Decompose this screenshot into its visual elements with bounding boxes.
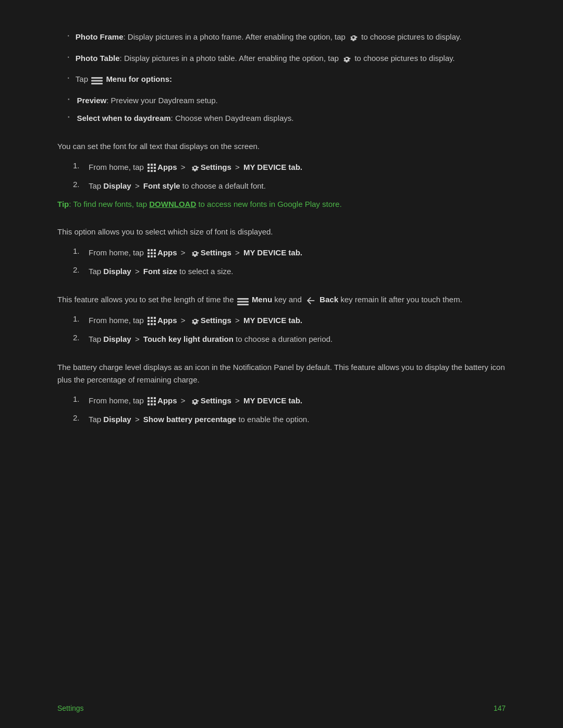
sub-bullets: • Preview: Preview your Daydream setup. … — [57, 95, 506, 125]
apps-grid-icon-1 — [147, 163, 156, 172]
battery-section: The battery charge level displays as an … — [57, 361, 506, 426]
sub-bullet-dot-1: • — [68, 95, 70, 102]
svg-rect-24 — [148, 317, 150, 319]
svg-rect-38 — [154, 400, 156, 402]
gear-icon-1 — [349, 33, 358, 42]
font-style-step1: 1. From home, tap — [73, 161, 506, 174]
svg-rect-17 — [154, 252, 156, 254]
svg-rect-4 — [151, 164, 153, 166]
svg-rect-30 — [148, 323, 150, 325]
font-size-step1: 1. From home, tap — [73, 246, 506, 259]
display-label-3: Display — [103, 335, 131, 343]
apps-label-4: Apps — [157, 396, 177, 405]
bs1-text: From home, tap App — [89, 394, 302, 407]
svg-rect-33 — [148, 397, 150, 399]
display-label-1: Display — [103, 181, 131, 190]
svg-rect-31 — [151, 323, 153, 325]
svg-rect-23 — [237, 304, 249, 305]
bullet-tap-menu: ▪ Tap Menu for options: — [57, 73, 506, 85]
menu-label-2: Menu — [252, 295, 272, 304]
battery-step1: 1. From home, tap — [73, 394, 506, 407]
svg-rect-15 — [148, 252, 150, 254]
display-label-2: Display — [103, 267, 131, 276]
bullet-photo-table: ▪ Photo Table: Display pictures in a pho… — [57, 53, 506, 65]
select-daydream-term: Select when to daydream — [77, 114, 171, 122]
tip-colon: : To find new fonts, tap — [69, 200, 147, 208]
gear-icon-6 — [190, 397, 200, 406]
mydevice-label-3: MY DEVICE tab. — [243, 316, 302, 325]
svg-rect-18 — [148, 255, 150, 257]
svg-rect-12 — [148, 249, 150, 251]
battery-step2: 2. Tap Display > Show battery percentage… — [73, 413, 506, 426]
settings-label-2: Settings — [201, 248, 231, 257]
bullet-photo-frame: ▪ Photo Frame: Display pictures in a pho… — [57, 31, 506, 43]
svg-rect-9 — [148, 170, 150, 172]
top-bullets: ▪ Photo Frame: Display pictures in a pho… — [57, 31, 506, 125]
svg-rect-6 — [148, 167, 150, 169]
tks1-text: From home, tap App — [89, 314, 302, 327]
mydevice-label-2: MY DEVICE tab. — [243, 248, 302, 257]
font-size-section: This option allows you to select which s… — [57, 226, 506, 278]
svg-rect-25 — [151, 317, 153, 319]
touch-key-steps: 1. From home, tap — [57, 314, 506, 346]
svg-rect-27 — [148, 320, 150, 322]
tip-word: Tip — [57, 200, 69, 208]
photo-frame-term: Photo Frame — [76, 32, 124, 41]
fss1-text: From home, tap App — [89, 246, 302, 259]
sub-bullet-dot-2: • — [68, 113, 70, 120]
gear-icon-2 — [342, 54, 351, 64]
fss2-number: 2. — [73, 265, 83, 274]
menu-icon-2 — [237, 297, 249, 304]
footer-right: 147 — [494, 704, 506, 712]
apps-grid-icon-3 — [147, 316, 156, 326]
sub-bullet-select-daydream: • Select when to daydream: Choose when D… — [68, 113, 506, 125]
svg-rect-35 — [154, 397, 156, 399]
page-container: ▪ Photo Frame: Display pictures in a pho… — [0, 0, 563, 728]
fss2-text: Tap Display > Font size to select a size… — [89, 265, 233, 278]
svg-rect-3 — [148, 164, 150, 166]
select-daydream-text: Select when to daydream: Choose when Day… — [77, 113, 294, 125]
back-label: Back — [320, 295, 338, 304]
svg-rect-21 — [237, 298, 249, 300]
apps-grid-icon-2 — [147, 249, 156, 258]
preview-term: Preview — [77, 96, 107, 105]
svg-rect-14 — [154, 249, 156, 251]
svg-rect-20 — [154, 255, 156, 257]
font-style-label: Font style — [143, 181, 180, 190]
settings-label-3: Settings — [201, 316, 231, 325]
font-style-intro: You can set the font for all text that d… — [57, 140, 506, 153]
display-label-4: Display — [103, 415, 131, 424]
font-style-steps: 1. From home, tap — [57, 161, 506, 192]
bs1-number: 1. — [73, 394, 83, 403]
bullet-square-2: ▪ — [68, 53, 69, 59]
bullet-square-3: ▪ — [68, 73, 69, 80]
svg-rect-7 — [151, 167, 153, 169]
settings-label-4: Settings — [201, 396, 231, 405]
svg-rect-11 — [154, 170, 156, 172]
tks2-text: Tap Display > Touch key light duration t… — [89, 333, 333, 346]
menu-icon-1 — [91, 76, 103, 83]
svg-rect-41 — [154, 403, 156, 405]
svg-rect-39 — [148, 403, 150, 405]
sub-bullet-preview: • Preview: Preview your Daydream setup. — [68, 95, 506, 107]
step1-text: From home, tap App — [89, 161, 302, 174]
step1-number: 1. — [73, 161, 83, 170]
footer-left: Settings — [57, 704, 84, 712]
bullet-square-1: ▪ — [68, 31, 69, 38]
gear-icon-5 — [190, 316, 200, 326]
step2-number: 2. — [73, 180, 83, 189]
battery-steps: 1. From home, tap — [57, 394, 506, 426]
svg-rect-19 — [151, 255, 153, 257]
mydevice-label-1: MY DEVICE tab. — [243, 163, 302, 171]
menu-bold: Menu for options: — [106, 75, 172, 83]
svg-rect-13 — [151, 249, 153, 251]
touch-key-step2: 2. Tap Display > Touch key light duratio… — [73, 333, 506, 346]
touch-key-intro: This feature allows you to set the lengt… — [57, 293, 506, 306]
svg-rect-0 — [91, 77, 103, 79]
font-style-section: You can set the font for all text that d… — [57, 140, 506, 211]
svg-rect-34 — [151, 397, 153, 399]
svg-rect-8 — [154, 167, 156, 169]
apps-label-1: Apps — [157, 163, 177, 171]
touch-key-step1: 1. From home, tap — [73, 314, 506, 327]
fss1-number: 1. — [73, 246, 83, 255]
